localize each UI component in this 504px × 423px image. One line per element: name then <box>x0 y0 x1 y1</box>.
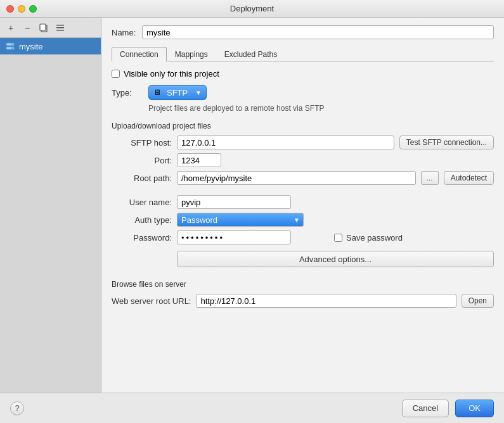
server-icon <box>5 41 15 51</box>
save-password-row: Save password <box>334 233 403 243</box>
password-input[interactable] <box>177 230 291 244</box>
visible-checkbox-row: Visible only for this project <box>112 69 494 79</box>
window-controls <box>6 5 37 13</box>
copy-server-button[interactable] <box>37 21 51 35</box>
upload-section-header: Upload/download project files <box>112 122 494 130</box>
root-path-row: Root path: ... Autodetect <box>112 171 494 185</box>
svg-rect-1 <box>40 24 46 30</box>
test-sftp-button[interactable]: Test SFTP connection... <box>399 136 494 149</box>
password-label: Password: <box>112 233 172 243</box>
more-server-button[interactable] <box>53 21 67 35</box>
svg-rect-6 <box>6 47 14 49</box>
add-server-button[interactable]: + <box>4 21 18 35</box>
cancel-button[interactable]: Cancel <box>402 400 449 417</box>
auth-select-wrapper: Password Key pair OpenSSH config ▼ <box>177 213 304 227</box>
browse-section: Browse files on server Web server root U… <box>112 277 494 308</box>
bottom-bar: ? Cancel OK <box>0 393 504 423</box>
window-title: Deployment <box>230 4 274 13</box>
port-input[interactable] <box>177 153 221 167</box>
sftp-host-row: SFTP host: Test SFTP connection... <box>112 136 494 149</box>
maximize-button[interactable] <box>29 5 37 13</box>
port-row: Port: <box>112 153 494 167</box>
connection-form: SFTP host: Test SFTP connection... Port:… <box>112 136 494 244</box>
spacer <box>112 189 494 191</box>
type-select[interactable]: SFTP FTP Local <box>148 85 207 100</box>
visible-checkbox[interactable] <box>112 70 120 78</box>
bottom-left: ? <box>10 401 24 415</box>
save-password-checkbox[interactable] <box>334 234 342 242</box>
server-svg <box>6 42 15 51</box>
name-row: Name: <box>112 25 494 39</box>
autodetect-button[interactable]: Autodetect <box>444 171 494 185</box>
advanced-options-button[interactable]: Advanced options... <box>177 251 494 267</box>
auth-type-row: Auth type: Password Key pair OpenSSH con… <box>112 213 494 227</box>
remove-server-button[interactable]: − <box>20 21 34 35</box>
type-label: Type: <box>112 88 143 98</box>
sidebar-toolbar: + − <box>0 18 101 38</box>
ok-button[interactable]: OK <box>455 400 494 417</box>
port-label: Port: <box>112 156 172 165</box>
username-input[interactable] <box>177 195 291 209</box>
sidebar-item-label: mysite <box>19 42 43 51</box>
svg-rect-2 <box>56 25 64 26</box>
svg-rect-3 <box>56 27 64 28</box>
titlebar: Deployment <box>0 0 504 18</box>
close-button[interactable] <box>6 5 14 13</box>
auth-type-select[interactable]: Password Key pair OpenSSH config <box>177 213 304 227</box>
more-icon <box>55 23 65 33</box>
username-label: User name: <box>112 198 172 207</box>
name-label: Name: <box>112 28 137 37</box>
tab-mappings[interactable]: Mappings <box>167 47 216 61</box>
bottom-right: Cancel OK <box>402 400 494 417</box>
visible-checkbox-label: Visible only for this project <box>124 69 219 79</box>
type-row: Type: 🖥 SFTP FTP Local ▼ <box>112 85 494 100</box>
web-url-label: Web server root URL: <box>112 296 191 306</box>
password-row: Password: Save password <box>112 230 494 244</box>
root-path-input[interactable] <box>177 171 416 185</box>
help-button[interactable]: ? <box>10 401 24 415</box>
copy-icon <box>39 23 49 33</box>
browse-section-header: Browse files on server <box>112 280 494 289</box>
open-button[interactable]: Open <box>462 294 494 308</box>
type-hint: Project files are deployed to a remote h… <box>112 104 494 113</box>
right-panel: Name: Connection Mappings Excluded Paths… <box>101 18 504 393</box>
auth-type-label: Auth type: <box>112 215 172 225</box>
minimize-button[interactable] <box>18 5 25 13</box>
sftp-host-input[interactable] <box>177 136 394 149</box>
name-input[interactable] <box>142 25 494 39</box>
username-row: User name: <box>112 195 494 209</box>
save-password-label: Save password <box>334 233 403 243</box>
tab-connection[interactable]: Connection <box>112 47 167 61</box>
web-url-row: Web server root URL: Open <box>112 294 494 308</box>
svg-point-8 <box>11 47 13 49</box>
web-url-input[interactable] <box>196 294 456 308</box>
tabs: Connection Mappings Excluded Paths <box>112 47 494 61</box>
root-path-label: Root path: <box>112 174 172 183</box>
sftp-host-label: SFTP host: <box>112 138 172 148</box>
svg-point-7 <box>11 44 13 45</box>
sidebar: + − <box>0 18 101 393</box>
browse-path-button[interactable]: ... <box>421 171 439 185</box>
main-content: + − <box>0 18 504 393</box>
svg-rect-5 <box>6 43 14 46</box>
type-select-wrapper: 🖥 SFTP FTP Local ▼ <box>148 85 207 100</box>
tab-excluded-paths[interactable]: Excluded Paths <box>216 47 285 61</box>
svg-rect-4 <box>56 30 64 31</box>
sidebar-item-mysite[interactable]: mysite <box>0 38 101 54</box>
